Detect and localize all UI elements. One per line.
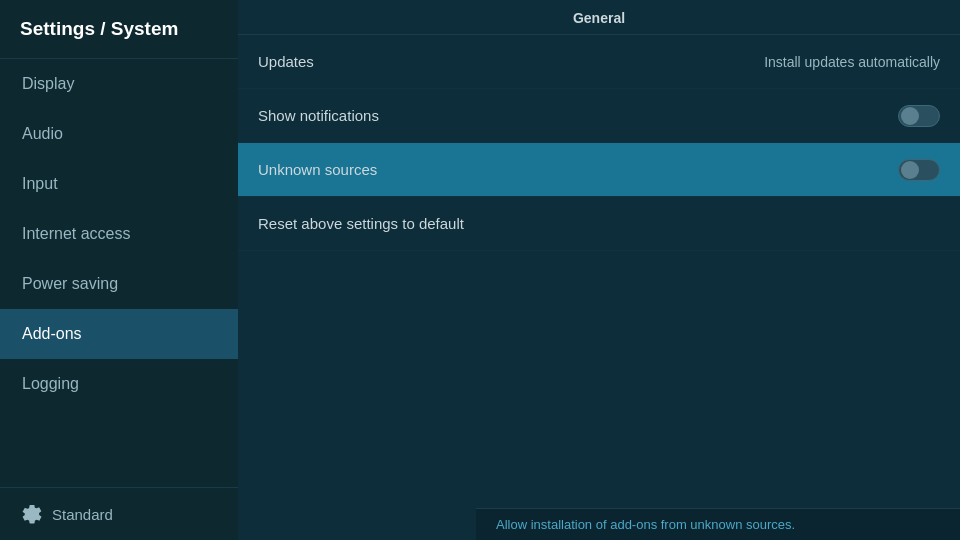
- main-content: General Updates Install updates automati…: [238, 0, 960, 540]
- setting-label-reset-above: Reset above settings to default: [258, 215, 464, 232]
- setting-row-reset-above[interactable]: Reset above settings to default: [238, 197, 960, 251]
- setting-label-updates: Updates: [258, 53, 314, 70]
- sidebar: Settings / System Display Audio Input In…: [0, 0, 238, 540]
- sidebar-item-internet-access[interactable]: Internet access: [0, 209, 238, 259]
- setting-row-show-notifications[interactable]: Show notifications: [238, 89, 960, 143]
- toggle-show-notifications[interactable]: [898, 105, 940, 127]
- toggle-unknown-sources[interactable]: [898, 159, 940, 181]
- sidebar-item-logging[interactable]: Logging: [0, 359, 238, 409]
- standard-label: Standard: [52, 506, 113, 523]
- setting-row-updates[interactable]: Updates Install updates automatically: [238, 35, 960, 89]
- sidebar-footer[interactable]: Standard: [0, 487, 238, 540]
- setting-value-updates: Install updates automatically: [764, 54, 940, 70]
- settings-list: Updates Install updates automatically Sh…: [238, 35, 960, 540]
- setting-label-show-notifications: Show notifications: [258, 107, 379, 124]
- footer-hint: Allow installation of add-ons from unkno…: [476, 508, 960, 540]
- section-header: General: [238, 0, 960, 35]
- sidebar-item-display[interactable]: Display: [0, 59, 238, 109]
- sidebar-item-add-ons[interactable]: Add-ons: [0, 309, 238, 359]
- sidebar-item-audio[interactable]: Audio: [0, 109, 238, 159]
- setting-row-unknown-sources[interactable]: Unknown sources: [238, 143, 960, 197]
- page-title: Settings / System: [0, 0, 238, 59]
- gear-icon: [22, 504, 42, 524]
- nav-menu: Display Audio Input Internet access Powe…: [0, 59, 238, 487]
- sidebar-item-input[interactable]: Input: [0, 159, 238, 209]
- setting-label-unknown-sources: Unknown sources: [258, 161, 377, 178]
- sidebar-item-power-saving[interactable]: Power saving: [0, 259, 238, 309]
